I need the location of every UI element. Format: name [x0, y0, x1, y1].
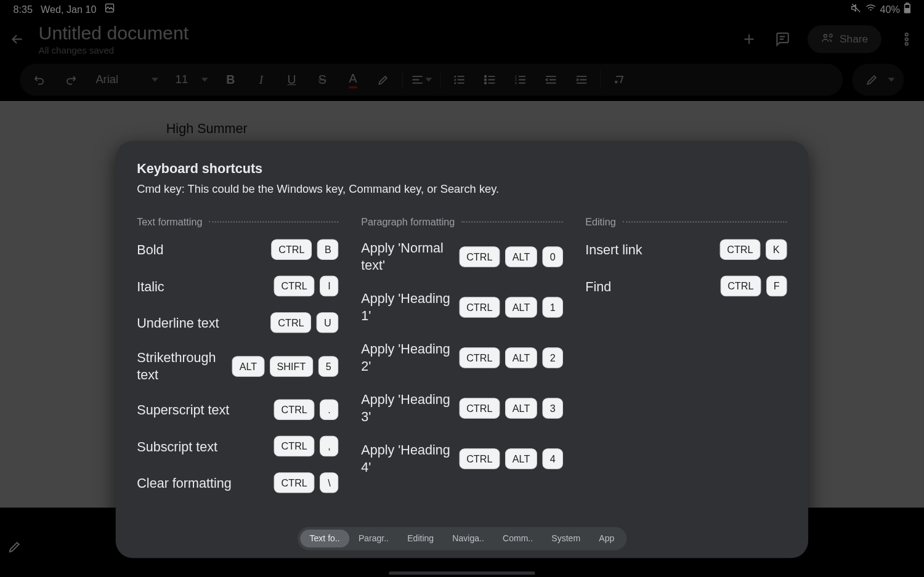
shortcut-row: Apply 'Heading 4'CTRLALT4	[361, 441, 562, 475]
shortcut-keys: CTRLK	[719, 239, 787, 259]
shortcut-row: ItalicCTRLI	[137, 276, 338, 296]
key-cap: ,	[320, 436, 338, 456]
shortcut-keys: CTRLALT4	[459, 448, 562, 469]
divider-dots	[461, 221, 562, 222]
key-cap: B	[317, 239, 339, 259]
shortcut-keys: CTRLF	[720, 276, 787, 296]
key-cap: F	[766, 276, 787, 296]
key-cap: CTRL	[459, 448, 500, 469]
shortcut-label: Apply 'Heading 1'	[361, 289, 452, 324]
key-cap: ALT	[505, 398, 537, 418]
shortcut-row: Apply 'Heading 1'CTRLALT1	[361, 289, 562, 324]
key-cap: ALT	[505, 297, 537, 317]
key-cap: 1	[543, 297, 563, 317]
shortcut-row: Apply 'Heading 3'CTRLALT3	[361, 390, 562, 425]
shortcut-label: Underline text	[137, 314, 219, 331]
shortcut-row: Apply 'Heading 2'CTRLALT2	[361, 340, 562, 374]
key-cap: 4	[543, 448, 563, 469]
key-cap: CTRL	[459, 246, 500, 267]
shortcut-keys: CTRL.	[274, 399, 339, 419]
shortcut-keys: ALTSHIFT5	[232, 356, 339, 376]
key-cap: CTRL	[720, 276, 761, 296]
shortcut-row: BoldCTRLB	[137, 239, 338, 259]
shortcut-label: Subscript text	[137, 438, 217, 455]
key-cap: 2	[543, 347, 563, 368]
modal-subtitle: Cmd key: This could be the Windows key, …	[137, 183, 787, 196]
shortcut-label: Apply 'Heading 4'	[361, 441, 452, 475]
shortcut-row: Subscript textCTRL,	[137, 436, 338, 456]
shortcut-keys: CTRLALT3	[459, 398, 562, 418]
keyboard-shortcuts-modal: Keyboard shortcuts Cmd key: This could b…	[116, 141, 808, 559]
shortcut-row: Superscript textCTRL.	[137, 399, 338, 419]
shortcut-row: Insert linkCTRLK	[585, 239, 787, 259]
column-title: Paragraph formatting	[361, 216, 455, 227]
column-title: Editing	[585, 216, 615, 227]
column-title: Text formatting	[137, 216, 202, 227]
key-cap: CTRL	[274, 276, 315, 296]
key-cap: CTRL	[459, 297, 500, 317]
shortcut-keys: CTRLALT2	[459, 347, 562, 368]
shortcut-keys: CTRLU	[270, 312, 338, 333]
shortcuts-column: Text formattingBoldCTRLBItalicCTRLIUnder…	[137, 216, 338, 509]
key-cap: 3	[543, 398, 563, 418]
modal-tab[interactable]: Paragr..	[349, 530, 398, 547]
divider-dots	[209, 221, 338, 222]
key-cap: CTRL	[274, 399, 315, 419]
shortcuts-column: EditingInsert linkCTRLKFindCTRLF	[585, 216, 787, 509]
key-cap: ALT	[505, 347, 537, 368]
key-cap: CTRL	[719, 239, 760, 259]
shortcut-label: Insert link	[585, 241, 642, 258]
shortcut-row: FindCTRLF	[585, 276, 787, 296]
shortcut-label: Superscript text	[137, 401, 229, 418]
modal-tabs: Text fo..Paragr..EditingNaviga..Comm..Sy…	[298, 527, 626, 551]
modal-tab[interactable]: Comm..	[493, 530, 542, 547]
shortcut-label: Strikethrough text	[137, 349, 225, 383]
modal-tab[interactable]: Text fo..	[300, 530, 349, 547]
modal-tab[interactable]: Editing	[398, 530, 443, 547]
shortcut-label: Italic	[137, 277, 164, 294]
key-cap: CTRL	[459, 398, 500, 418]
shortcut-label: Apply 'Heading 3'	[361, 390, 452, 425]
shortcut-keys: CTRLI	[274, 276, 339, 296]
key-cap: CTRL	[270, 312, 311, 333]
shortcut-label: Bold	[137, 241, 163, 258]
shortcut-row: Apply 'Normal text'CTRLALT0	[361, 239, 562, 273]
shortcut-keys: CTRLALT1	[459, 297, 562, 317]
modal-tab[interactable]: Naviga..	[443, 530, 493, 547]
shortcut-label: Apply 'Normal text'	[361, 239, 452, 273]
shortcut-label: Clear formatting	[137, 474, 232, 491]
key-cap: ALT	[232, 356, 264, 376]
key-cap: U	[317, 312, 338, 333]
modal-title: Keyboard shortcuts	[137, 161, 787, 176]
key-cap: .	[320, 399, 338, 419]
shortcut-label: Apply 'Heading 2'	[361, 340, 452, 374]
shortcuts-column: Paragraph formattingApply 'Normal text'C…	[361, 216, 562, 509]
key-cap: SHIFT	[270, 356, 314, 376]
modal-tab[interactable]: System	[542, 530, 590, 547]
key-cap: CTRL	[274, 436, 315, 456]
shortcut-row: Clear formattingCTRL\	[137, 472, 338, 493]
shortcut-row: Underline textCTRLU	[137, 312, 338, 333]
shortcut-keys: CTRLALT0	[459, 246, 562, 267]
key-cap: 5	[318, 356, 339, 376]
shortcut-row: Strikethrough textALTSHIFT5	[137, 349, 338, 383]
key-cap: CTRL	[271, 239, 312, 259]
shortcut-keys: CTRLB	[271, 239, 338, 259]
key-cap: ALT	[505, 448, 537, 469]
shortcut-label: Find	[585, 277, 611, 294]
modal-tab[interactable]: App	[590, 530, 623, 547]
key-cap: I	[320, 276, 338, 296]
key-cap: 0	[543, 246, 563, 267]
shortcut-keys: CTRL\	[274, 472, 339, 493]
key-cap: CTRL	[459, 347, 500, 368]
key-cap: ALT	[505, 246, 537, 267]
divider-dots	[623, 221, 787, 222]
key-cap: \	[320, 472, 338, 493]
key-cap: CTRL	[274, 472, 315, 493]
shortcut-keys: CTRL,	[274, 436, 339, 456]
key-cap: K	[766, 239, 787, 259]
